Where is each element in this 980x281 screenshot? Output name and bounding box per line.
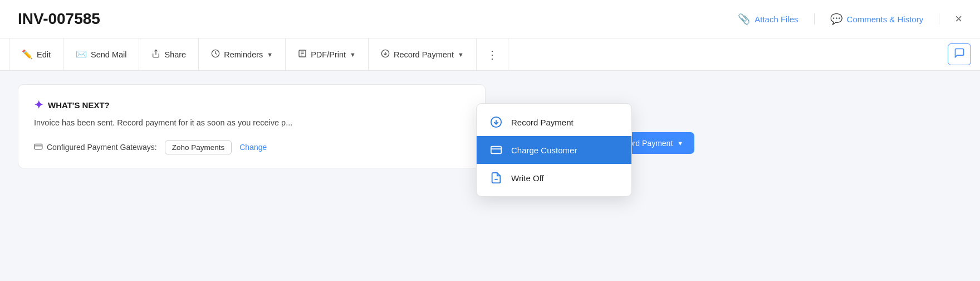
record-payment-caret: ▼: [458, 51, 464, 58]
sparkle-icon: ✦: [34, 98, 43, 112]
pdf-icon: [298, 49, 307, 60]
payment-gateway-row: Configured Payment Gateways: Zoho Paymen…: [34, 140, 469, 154]
share-icon: [151, 49, 160, 60]
charge-customer-icon: [489, 144, 503, 156]
svg-rect-12: [491, 147, 501, 154]
send-mail-button[interactable]: ✉️ Send Mail: [63, 38, 139, 71]
toolbar-chat-button[interactable]: [948, 43, 971, 65]
edit-button[interactable]: ✏️ Edit: [9, 38, 63, 71]
page-title: INV-007585: [18, 10, 100, 28]
more-options-button[interactable]: ⋮: [477, 38, 508, 71]
gateway-badge: Zoho Payments: [165, 140, 232, 154]
header-divider-2: [939, 13, 939, 25]
dropdown-item-write-off[interactable]: Write Off: [477, 164, 631, 192]
whats-next-body: Invoice has been sent. Record payment fo…: [34, 117, 469, 129]
pdf-caret: ▼: [350, 51, 356, 58]
chat-bubble-icon: [954, 47, 965, 61]
gateway-icon: [34, 142, 43, 153]
attach-files-button[interactable]: 📎 Attach Files: [738, 13, 798, 25]
pdf-print-button[interactable]: PDF/Print ▼: [286, 38, 369, 71]
toolbar: ✏️ Edit ✉️ Send Mail Share Reminders ▼ P…: [0, 38, 980, 71]
main-content: ✦ WHAT'S NEXT? Invoice has been sent. Re…: [0, 71, 980, 182]
reminders-caret: ▼: [267, 51, 273, 58]
svg-rect-8: [35, 144, 42, 149]
mail-icon: ✉️: [76, 49, 87, 60]
card-record-payment-caret: ▼: [677, 140, 683, 147]
record-payment-dropdown-icon: [489, 116, 503, 128]
dropdown-item-charge-customer[interactable]: Charge Customer: [477, 136, 631, 164]
header-actions: 📎 Attach Files 💬 Comments & History ×: [738, 12, 962, 26]
page-header: INV-007585 📎 Attach Files 💬 Comments & H…: [0, 0, 980, 38]
write-off-icon: [489, 172, 503, 184]
reminders-button[interactable]: Reminders ▼: [199, 38, 286, 71]
comments-history-button[interactable]: 💬 Comments & History: [830, 13, 924, 25]
whats-next-title: ✦ WHAT'S NEXT?: [34, 98, 469, 112]
reminders-icon: [211, 49, 220, 60]
record-payment-dropdown: Record Payment Charge Customer Write Off: [476, 103, 632, 197]
header-divider: [814, 13, 815, 25]
gateway-label: Configured Payment Gateways:: [34, 142, 157, 153]
record-payment-icon: [381, 49, 390, 60]
close-button[interactable]: ×: [955, 12, 962, 26]
edit-icon: ✏️: [22, 49, 33, 60]
dropdown-item-record-payment[interactable]: Record Payment: [477, 108, 631, 136]
paperclip-icon: 📎: [738, 13, 750, 25]
share-button[interactable]: Share: [139, 38, 199, 71]
change-gateway-button[interactable]: Change: [239, 143, 267, 152]
record-payment-toolbar-button[interactable]: Record Payment ▼: [369, 38, 477, 71]
chat-icon: 💬: [830, 13, 842, 25]
whats-next-card: ✦ WHAT'S NEXT? Invoice has been sent. Re…: [18, 84, 486, 168]
